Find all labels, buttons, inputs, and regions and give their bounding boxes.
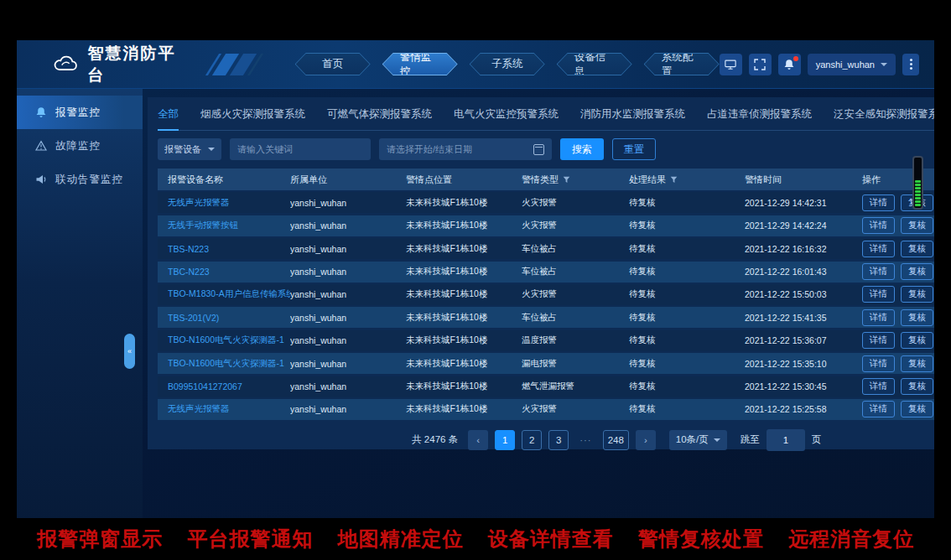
warning-triangle-icon bbox=[35, 140, 47, 152]
location-cell: 未来科技城F1栋10楼 bbox=[406, 334, 522, 346]
device-name-link[interactable]: 无线声光报警器 bbox=[168, 197, 290, 209]
org-cell: yanshi_wuhan bbox=[290, 220, 406, 231]
reset-button[interactable]: 重置 bbox=[612, 138, 656, 160]
feature-caption-bar: 报警弹窗显示平台报警通知地图精准定位设备详情查看警情复核处置远程消音复位 bbox=[0, 518, 951, 560]
more-menu-button[interactable] bbox=[902, 54, 919, 75]
nav-button[interactable]: 警情监控 bbox=[382, 53, 458, 75]
page-number-button[interactable]: 248 bbox=[603, 430, 629, 450]
detail-button[interactable]: 详情 bbox=[862, 286, 895, 303]
alarm-bell-icon bbox=[35, 106, 47, 118]
tab[interactable]: 消防用水监测报警系统 bbox=[580, 107, 685, 130]
sidebar-item[interactable]: 联动告警监控 bbox=[17, 163, 143, 196]
table-row: TBO-N1600电气火灾探测器-1yanshi_wuhan未来科技城F1栋10… bbox=[158, 353, 934, 374]
filter-bar: 报警设备 请选择开始/结束日期 搜索 重置 bbox=[158, 138, 934, 160]
detail-button[interactable]: 详情 bbox=[862, 401, 895, 417]
review-button[interactable]: 复核 bbox=[901, 241, 933, 257]
device-name-link[interactable]: TBO-M1830-A用户信息传输系统(外部化) bbox=[168, 288, 290, 300]
location-cell: 未来科技城F1栋10楼 bbox=[406, 243, 522, 255]
review-button[interactable]: 复核 bbox=[901, 401, 933, 417]
org-cell: yanshi_wuhan bbox=[290, 244, 406, 254]
detail-button[interactable]: 详情 bbox=[862, 217, 895, 234]
filter-funnel-icon[interactable] bbox=[670, 176, 678, 184]
row-actions: 详情复核 bbox=[862, 309, 934, 326]
column-header: 警情类型 bbox=[522, 174, 629, 186]
device-name-link[interactable]: TBC-N223 bbox=[168, 267, 290, 277]
tab[interactable]: 占道违章侦测报警系统 bbox=[707, 107, 812, 130]
page-size-select[interactable]: 10条/页 bbox=[669, 430, 727, 450]
app-window: 智慧消防平台 首页警情监控子系统设备信息系统配置 yanshi_wuhan bbox=[17, 40, 934, 518]
nav-button-label: 首页 bbox=[296, 54, 370, 75]
detail-button[interactable]: 详情 bbox=[862, 241, 895, 257]
sidebar-item[interactable]: 报警监控 bbox=[17, 96, 143, 129]
device-name-link[interactable]: TBS-N223 bbox=[168, 244, 290, 254]
column-header: 操作 bbox=[862, 174, 934, 186]
fullscreen-button[interactable] bbox=[749, 54, 772, 75]
review-button[interactable]: 复核 bbox=[901, 217, 933, 234]
chevron-down-icon bbox=[208, 148, 215, 154]
date-range-picker[interactable]: 请选择开始/结束日期 bbox=[379, 138, 552, 160]
page-number-button[interactable]: 1 bbox=[495, 430, 515, 450]
notification-badge-dot bbox=[793, 56, 798, 61]
column-header-label: 警情类型 bbox=[522, 174, 559, 186]
org-cell: yanshi_wuhan bbox=[290, 359, 406, 369]
page-ellipsis: ··· bbox=[575, 430, 596, 450]
detail-button[interactable]: 详情 bbox=[862, 263, 895, 280]
alarm-type-cell: 车位被占 bbox=[522, 266, 629, 277]
alarm-type-cell: 车位被占 bbox=[522, 312, 629, 324]
feature-caption: 警情复核处置 bbox=[638, 526, 764, 552]
device-name-link[interactable]: 无线手动报警按钮 bbox=[168, 220, 290, 231]
tab[interactable]: 可燃气体探测报警系统 bbox=[327, 107, 432, 130]
notification-bell-button[interactable] bbox=[778, 54, 801, 75]
prev-page-button[interactable]: ‹ bbox=[468, 430, 488, 450]
review-button[interactable]: 复核 bbox=[901, 309, 933, 326]
device-name-link[interactable]: TBO-N1600电气火灾探测器-1 bbox=[168, 334, 290, 346]
nav-button[interactable]: 子系统 bbox=[470, 53, 545, 75]
review-button[interactable]: 复核 bbox=[901, 332, 933, 349]
review-button[interactable]: 复核 bbox=[901, 355, 933, 372]
tab[interactable]: 全部 bbox=[158, 107, 179, 131]
device-name-link[interactable]: B09951041272067 bbox=[168, 381, 290, 391]
chevron-down-icon bbox=[881, 63, 887, 70]
row-actions: 详情复核 bbox=[862, 217, 934, 234]
column-header-label: 报警设备名称 bbox=[168, 174, 223, 186]
sidebar-collapse-handle[interactable]: « bbox=[124, 334, 135, 369]
keyword-search-input[interactable] bbox=[230, 138, 371, 160]
review-button[interactable]: 复核 bbox=[901, 286, 933, 303]
device-name-link[interactable]: TBO-N1600电气火灾探测器-1 bbox=[168, 358, 290, 370]
nav-button[interactable]: 系统配置 bbox=[644, 53, 720, 75]
search-button[interactable]: 搜索 bbox=[560, 138, 604, 160]
monitor-screen-button[interactable] bbox=[720, 54, 742, 75]
sidebar-item[interactable]: 故障监控 bbox=[17, 129, 143, 163]
time-cell: 2021-12-22 15:50:03 bbox=[745, 289, 862, 299]
device-name-link[interactable]: 无线声光报警器 bbox=[168, 403, 290, 415]
alarm-type-select[interactable]: 报警设备 bbox=[158, 138, 221, 160]
tab[interactable]: 泛安全感知探测报警系统 bbox=[834, 107, 934, 130]
detail-button[interactable]: 详情 bbox=[862, 332, 895, 349]
alarm-type-cell: 火灾报警 bbox=[522, 197, 629, 209]
review-button[interactable]: 复核 bbox=[901, 378, 933, 395]
device-name-link[interactable]: TBS-201(V2) bbox=[168, 313, 290, 323]
page-number-button[interactable]: 2 bbox=[522, 430, 542, 450]
filter-funnel-icon[interactable] bbox=[563, 176, 570, 184]
column-header: 处理结果 bbox=[629, 174, 745, 186]
alarm-type-cell: 温度报警 bbox=[522, 334, 629, 346]
calendar-icon bbox=[533, 144, 544, 155]
review-button[interactable]: 复核 bbox=[901, 263, 933, 280]
jump-to-page-input[interactable] bbox=[767, 429, 805, 451]
detail-button[interactable]: 详情 bbox=[862, 355, 895, 372]
nav-button-label: 子系统 bbox=[470, 54, 544, 75]
user-menu[interactable]: yanshi_wuhan bbox=[808, 54, 896, 75]
table-row: TBO-M1830-A用户信息传输系统(外部化)yanshi_wuhan未来科技… bbox=[158, 284, 934, 305]
platform-title: 智慧消防平台 bbox=[87, 43, 188, 86]
detail-button[interactable]: 详情 bbox=[862, 194, 895, 211]
org-cell: yanshi_wuhan bbox=[290, 313, 406, 323]
detail-button[interactable]: 详情 bbox=[862, 309, 895, 326]
tab[interactable]: 烟感火灾探测报警系统 bbox=[200, 107, 305, 130]
tab[interactable]: 电气火灾监控预警系统 bbox=[454, 107, 559, 130]
nav-button[interactable]: 首页 bbox=[295, 53, 371, 75]
detail-button[interactable]: 详情 bbox=[862, 378, 895, 395]
page-number-button[interactable]: 3 bbox=[548, 430, 569, 450]
nav-button[interactable]: 设备信息 bbox=[557, 53, 632, 75]
next-page-button[interactable]: › bbox=[636, 430, 656, 450]
row-actions: 详情复核 bbox=[862, 401, 934, 417]
